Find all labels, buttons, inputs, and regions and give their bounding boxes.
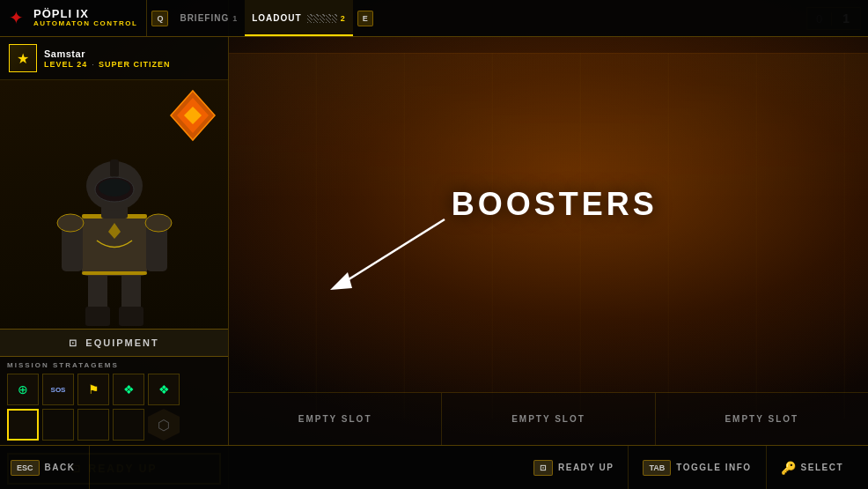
stratagem-icon-3: ⚑ bbox=[88, 382, 99, 396]
player-level: Level 24 · SUPER CITIZEN bbox=[44, 60, 219, 69]
stratagem-slot-1[interactable]: ⊕ bbox=[7, 374, 39, 405]
booster-slots: EMPTY SLOT EMPTY SLOT EMPTY SLOT bbox=[229, 392, 868, 445]
header-bar: ✦ PÖPLI IX AUTOMATON CONTROL Q BRIEFING … bbox=[0, 0, 868, 37]
character-area: ⊡ EQUIPMENT bbox=[0, 80, 228, 357]
bottom-bar: Esc BACK ⊡ READY UP Tab TOGGLE INFO 🔑 SE… bbox=[0, 445, 868, 489]
player-info: Samstar Level 24 · SUPER CITIZEN bbox=[0, 37, 228, 80]
tab-loadout-num: 2 bbox=[341, 14, 346, 23]
booster-slot-3[interactable] bbox=[77, 409, 109, 441]
tab-briefing[interactable]: BRIEFING 1 bbox=[173, 0, 245, 36]
booster-slot-hexagon: ⬡ bbox=[148, 409, 180, 441]
stratagem-slot-2[interactable]: SOS bbox=[42, 374, 74, 405]
back-label: BACK bbox=[45, 463, 76, 472]
stratagems-section: MISSION STRATAGEMS ⊕ SOS ⚑ ❖ ❖ bbox=[0, 357, 228, 448]
tab-key: Tab bbox=[643, 460, 671, 476]
equipment-button[interactable]: ⊡ EQUIPMENT bbox=[0, 329, 228, 357]
svg-point-18 bbox=[99, 179, 130, 196]
toggle-info-label: TOGGLE INFO bbox=[676, 463, 751, 472]
left-panel: Samstar Level 24 · SUPER CITIZEN bbox=[0, 0, 229, 489]
svg-marker-21 bbox=[330, 272, 352, 290]
stratagem-icon-5: ❖ bbox=[158, 382, 170, 396]
logo-subtitle: AUTOMATON CONTROL bbox=[33, 20, 137, 28]
hexagon-icon: ⬡ bbox=[158, 417, 170, 433]
select-key-icon: 🔑 bbox=[781, 461, 796, 475]
tab-pattern bbox=[307, 14, 337, 23]
arrow-indicator bbox=[304, 211, 480, 299]
stratagem-slot-3[interactable]: ⚑ bbox=[77, 374, 109, 405]
logo-star-icon: ✦ bbox=[9, 9, 28, 28]
back-action[interactable]: Esc BACK bbox=[11, 446, 90, 489]
logo-name: PÖPLI IX bbox=[33, 8, 137, 20]
player-avatar bbox=[9, 44, 37, 72]
key-q-badge[interactable]: Q bbox=[151, 11, 168, 26]
boosters-label: BOOSTERS bbox=[452, 186, 658, 223]
stratagem-row-2: ⬡ bbox=[7, 409, 221, 441]
stratagems-label: MISSION STRATAGEMS bbox=[7, 361, 221, 369]
svg-line-20 bbox=[339, 219, 445, 285]
back-key: Esc bbox=[11, 460, 40, 476]
svg-rect-6 bbox=[119, 307, 143, 326]
tab-briefing-label: BRIEFING bbox=[180, 13, 229, 23]
ready-key: ⊡ bbox=[533, 460, 553, 476]
tab-area: Q BRIEFING 1 LOADOUT 2 E bbox=[147, 0, 868, 36]
booster-empty-slot-2[interactable]: EMPTY SLOT bbox=[442, 393, 655, 445]
faction-logo bbox=[166, 89, 219, 142]
svg-point-13 bbox=[145, 214, 172, 232]
ready-action[interactable]: ⊡ READY UP bbox=[519, 446, 629, 489]
stratagem-slot-4[interactable]: ❖ bbox=[113, 374, 144, 405]
booster-slot-4[interactable] bbox=[113, 409, 144, 441]
tab-loadout-label: LOADOUT bbox=[252, 13, 301, 23]
select-label: SELECT bbox=[801, 463, 843, 472]
stratagem-icon-2: SOS bbox=[51, 386, 66, 394]
player-name: Samstar bbox=[44, 48, 219, 59]
stratagem-slot-5[interactable]: ❖ bbox=[148, 374, 180, 405]
svg-point-12 bbox=[57, 214, 84, 232]
equipment-label: EQUIPMENT bbox=[85, 337, 158, 348]
booster-empty-slot-3[interactable]: EMPTY SLOT bbox=[656, 393, 868, 445]
slot-1-label: EMPTY SLOT bbox=[298, 414, 372, 424]
select-action[interactable]: 🔑 SELECT bbox=[767, 446, 857, 489]
svg-rect-9 bbox=[82, 271, 147, 275]
character-model bbox=[48, 135, 180, 329]
stratagem-icon-4: ❖ bbox=[123, 382, 135, 396]
stratagem-icon-1: ⊕ bbox=[18, 382, 28, 396]
slot-3-label: EMPTY SLOT bbox=[725, 414, 798, 424]
svg-rect-5 bbox=[85, 307, 110, 326]
toggle-info-action[interactable]: Tab TOGGLE INFO bbox=[629, 446, 766, 489]
ready-action-label: READY UP bbox=[558, 463, 614, 472]
tab-loadout[interactable]: LOADOUT 2 bbox=[245, 0, 352, 36]
booster-slot-1[interactable] bbox=[7, 409, 39, 441]
equipment-icon: ⊡ bbox=[69, 337, 78, 349]
stratagem-row-1: ⊕ SOS ⚑ ❖ ❖ bbox=[7, 374, 221, 405]
logo-area: ✦ PÖPLI IX AUTOMATON CONTROL bbox=[0, 0, 147, 36]
player-details: Samstar Level 24 · SUPER CITIZEN bbox=[44, 48, 219, 69]
booster-slot-2[interactable] bbox=[42, 409, 74, 441]
logo-title: PÖPLI IX AUTOMATON CONTROL bbox=[33, 8, 137, 28]
svg-rect-16 bbox=[110, 159, 119, 177]
slot-2-label: EMPTY SLOT bbox=[511, 414, 585, 424]
tab-briefing-num: 1 bbox=[232, 14, 238, 23]
key-e-badge[interactable]: E bbox=[357, 11, 373, 26]
booster-empty-slot-1[interactable]: EMPTY SLOT bbox=[229, 393, 442, 445]
